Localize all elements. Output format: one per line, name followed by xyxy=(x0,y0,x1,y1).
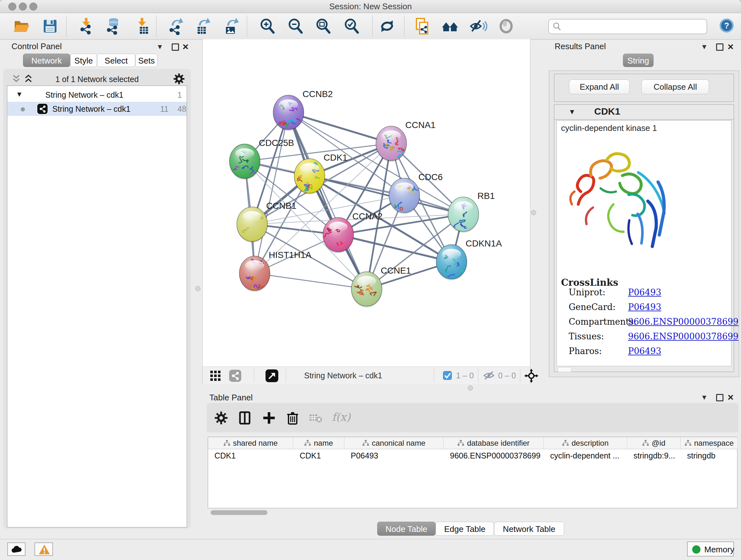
table-hscrollbar-thumb[interactable] xyxy=(211,510,267,515)
results-panel-float-icon[interactable] xyxy=(716,44,724,51)
table-cell[interactable]: CDK1 xyxy=(293,449,344,462)
search-input[interactable] xyxy=(564,20,703,32)
string-view-icon[interactable] xyxy=(229,369,242,382)
zoom-fit-icon[interactable] xyxy=(314,17,332,35)
table-gear-icon[interactable] xyxy=(214,411,228,425)
export-network-icon[interactable] xyxy=(166,17,185,35)
tab-edge-table[interactable]: Edge Table xyxy=(435,522,494,536)
network-edge-ccnb2-hist1h1a[interactable] xyxy=(255,112,288,273)
export-table-icon[interactable] xyxy=(194,17,212,35)
apply-layout-icon[interactable] xyxy=(378,17,396,35)
cloud-status-button[interactable] xyxy=(7,543,25,556)
column-header--id[interactable]: @id xyxy=(627,437,681,449)
crosslink-label: Tissues: xyxy=(569,331,604,341)
save-session-icon[interactable] xyxy=(41,17,59,35)
network-graph[interactable]: CCNB2CCNA1CDC25BCDK1CDC6RB1CCNB1CCNA2CDK… xyxy=(203,39,530,366)
results-panel-menu-icon[interactable]: ▼ xyxy=(701,43,708,51)
open-file-icon[interactable] xyxy=(13,17,30,35)
zoom-out-icon[interactable] xyxy=(286,17,305,35)
network-edge-ccnb2-ccne1[interactable] xyxy=(288,112,367,289)
crosslink-link[interactable]: 9606.ENSP00000378699 xyxy=(628,331,738,341)
fit-content-crosshair-icon[interactable] xyxy=(524,369,538,383)
network-canvas[interactable]: CCNB2CCNA1CDC25BCDK1CDC6RB1CCNB1CCNA2CDK… xyxy=(202,39,530,367)
column-header-shared-name[interactable]: shared name xyxy=(208,437,293,449)
network-tree-row[interactable]: ● String Network – cdk1 11 48 xyxy=(8,102,187,116)
network-node-CCNE1[interactable]: CCNE1 xyxy=(351,266,411,307)
control-panel-menu-icon[interactable]: ▼ xyxy=(156,43,163,51)
network-edge-ccnb2-ccna1[interactable] xyxy=(288,112,391,143)
table-cell[interactable]: stringdb:9... xyxy=(627,449,681,462)
column-header-description[interactable]: description xyxy=(544,437,627,449)
collapse-all-button[interactable]: Collapse All xyxy=(642,79,709,94)
network-node-RB1[interactable]: RB1 xyxy=(448,191,495,233)
zoom-in-icon[interactable] xyxy=(259,17,276,35)
column-header-namespace[interactable]: namespace xyxy=(681,437,738,449)
import-database-icon[interactable] xyxy=(104,17,122,35)
tab-select[interactable]: Select xyxy=(97,54,135,67)
disclosure-triangle-icon[interactable]: ▼ xyxy=(17,91,21,98)
results-scrollbar-stub[interactable] xyxy=(558,367,571,372)
tab-string[interactable]: String xyxy=(623,54,654,67)
table-cell[interactable]: stringdb xyxy=(681,449,738,462)
selected-checkbox-icon[interactable] xyxy=(443,371,452,380)
tab-style[interactable]: Style xyxy=(70,54,97,67)
toolbar-separator xyxy=(247,16,247,37)
hidden-eye-icon[interactable] xyxy=(483,371,494,380)
help-icon[interactable]: ? xyxy=(719,18,734,33)
warnings-button[interactable] xyxy=(35,543,53,556)
crosslink-link[interactable]: 9606.ENSP00000378699 xyxy=(628,317,738,327)
network-node-HIST1H1A[interactable]: HIST1H1A xyxy=(239,250,312,292)
results-panel-close-icon[interactable]: × xyxy=(728,42,734,51)
network-node-CCNB1[interactable]: CCNB1 xyxy=(237,201,296,243)
table-panel-close-icon[interactable]: × xyxy=(728,393,734,401)
crosslink-link[interactable]: P06493 xyxy=(628,302,661,312)
tab-network-table[interactable]: Network Table xyxy=(494,522,564,536)
table-cell[interactable]: 9606.ENSP00000378699 xyxy=(444,449,544,462)
splitter-handle[interactable] xyxy=(195,286,200,291)
splitter-handle[interactable] xyxy=(531,210,536,215)
results-panel-title: Results Panel xyxy=(555,42,606,51)
node-label: CDK1 xyxy=(324,152,347,163)
network-node-CCNA1[interactable]: CCNA1 xyxy=(376,120,435,162)
column-header-canonical-name[interactable]: canonical name xyxy=(344,437,444,449)
splitter-handle[interactable] xyxy=(468,385,473,390)
control-panel-float-icon[interactable] xyxy=(172,44,179,51)
network-edge-hist1h1a-ccne1[interactable] xyxy=(255,273,367,289)
network-node-CCNB2[interactable]: CCNB2 xyxy=(273,89,333,131)
network-view-title: String Network – cdk1 xyxy=(304,371,382,380)
open-in-window-icon[interactable] xyxy=(265,369,279,382)
footer-separator xyxy=(254,369,254,382)
entry-disclosure-triangle-icon[interactable]: ▼ xyxy=(570,109,574,115)
expand-all-button[interactable]: Expand All xyxy=(569,79,630,94)
network-tree-root-row[interactable]: ▼ String Network – cdk1 1 xyxy=(8,88,187,102)
node-label: RB1 xyxy=(477,191,495,201)
gear-icon[interactable] xyxy=(173,73,185,85)
import-table-icon[interactable] xyxy=(133,17,151,35)
crosslink-link[interactable]: P06493 xyxy=(628,287,661,297)
table-panel-menu-icon[interactable]: ▼ xyxy=(701,393,708,401)
tab-sets[interactable]: Sets xyxy=(135,54,158,67)
hide-selected-icon[interactable] xyxy=(469,17,487,35)
show-columns-icon[interactable] xyxy=(238,411,252,425)
string-documents-icon[interactable] xyxy=(413,17,431,35)
network-node-CDKN1A[interactable]: CDKN1A xyxy=(436,239,502,280)
show-all-icon[interactable] xyxy=(497,17,515,35)
control-panel-close-icon[interactable]: × xyxy=(183,42,189,51)
import-network-icon[interactable] xyxy=(77,17,95,35)
table-cell[interactable]: cyclin-dependent ... xyxy=(544,449,627,462)
table-cell[interactable]: CDK1 xyxy=(208,449,293,462)
tab-node-table[interactable]: Node Table xyxy=(377,522,435,536)
birds-eye-grid-icon[interactable] xyxy=(210,370,221,381)
tab-network[interactable]: Network xyxy=(23,54,70,67)
export-image-icon[interactable] xyxy=(222,17,240,35)
zoom-selected-icon[interactable] xyxy=(343,17,360,35)
home-icon[interactable] xyxy=(441,17,459,35)
add-column-icon[interactable] xyxy=(262,411,276,425)
memory-button[interactable]: Memory xyxy=(687,542,734,557)
crosslink-link[interactable]: P06493 xyxy=(628,346,661,356)
delete-column-icon[interactable] xyxy=(285,411,300,425)
column-header-name[interactable]: name xyxy=(293,437,344,449)
table-cell[interactable]: P06493 xyxy=(344,449,444,462)
table-panel-float-icon[interactable] xyxy=(716,394,724,401)
column-header-database-identifier[interactable]: database identifier xyxy=(444,437,544,449)
